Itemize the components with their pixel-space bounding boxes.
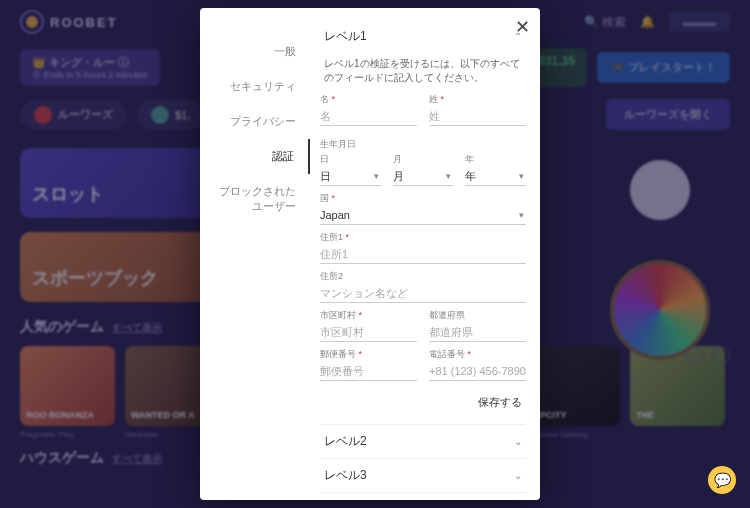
level4-header[interactable]: レベル4⌄ (320, 492, 526, 500)
save-button[interactable]: 保存する (478, 395, 522, 410)
first-name-input[interactable] (320, 107, 417, 126)
settings-modal: ✕ 一般 セキュリティ プライバシー 認証 ブロックされたユーザー レベル1 ⌃… (200, 8, 540, 500)
zip-input[interactable] (320, 362, 417, 381)
sidebar-item-blocked[interactable]: ブロックされたユーザー (200, 174, 310, 224)
level1-header[interactable]: レベル1 ⌃ (320, 20, 526, 53)
sidebar-item-general[interactable]: 一般 (200, 34, 310, 69)
last-name-input[interactable] (429, 107, 526, 126)
city-input[interactable] (320, 323, 417, 342)
level3-header[interactable]: レベル3⌄ (320, 458, 526, 492)
first-name-label: 名 (320, 93, 417, 106)
chevron-down-icon: ⌄ (514, 470, 522, 481)
last-name-label: 姓 (429, 93, 526, 106)
chat-bubble-icon[interactable]: 💬 (708, 466, 736, 494)
level2-header[interactable]: レベル2⌄ (320, 424, 526, 458)
level1-title: レベル1 (324, 28, 367, 45)
country-label: 国 (320, 192, 526, 205)
addr1-label: 住所1 (320, 231, 526, 244)
state-label: 都道府県 (429, 309, 526, 322)
dob-label: 生年月日 (320, 138, 526, 151)
level1-description: レベル1の検証を受けるには、以下のすべてのフィールドに記入してください。 (320, 53, 526, 89)
addr2-input[interactable] (320, 284, 526, 303)
sidebar-item-privacy[interactable]: プライバシー (200, 104, 310, 139)
state-input[interactable] (429, 323, 526, 342)
dob-day-select[interactable]: 日 (320, 167, 381, 186)
phone-input[interactable] (429, 362, 526, 381)
country-select[interactable]: Japan (320, 206, 526, 225)
sidebar-item-security[interactable]: セキュリティ (200, 69, 310, 104)
addr2-label: 住所2 (320, 270, 526, 283)
phone-label: 電話番号 (429, 348, 526, 361)
dob-year-select[interactable]: 年 (465, 167, 526, 186)
settings-sidebar: 一般 セキュリティ プライバシー 認証 ブロックされたユーザー (200, 8, 310, 500)
close-icon[interactable]: ✕ (515, 16, 530, 38)
addr1-input[interactable] (320, 245, 526, 264)
chevron-down-icon: ⌄ (514, 436, 522, 447)
zip-label: 郵便番号 (320, 348, 417, 361)
dob-month-select[interactable]: 月 (393, 167, 454, 186)
city-label: 市区町村 (320, 309, 417, 322)
sidebar-item-verify[interactable]: 認証 (200, 139, 310, 174)
